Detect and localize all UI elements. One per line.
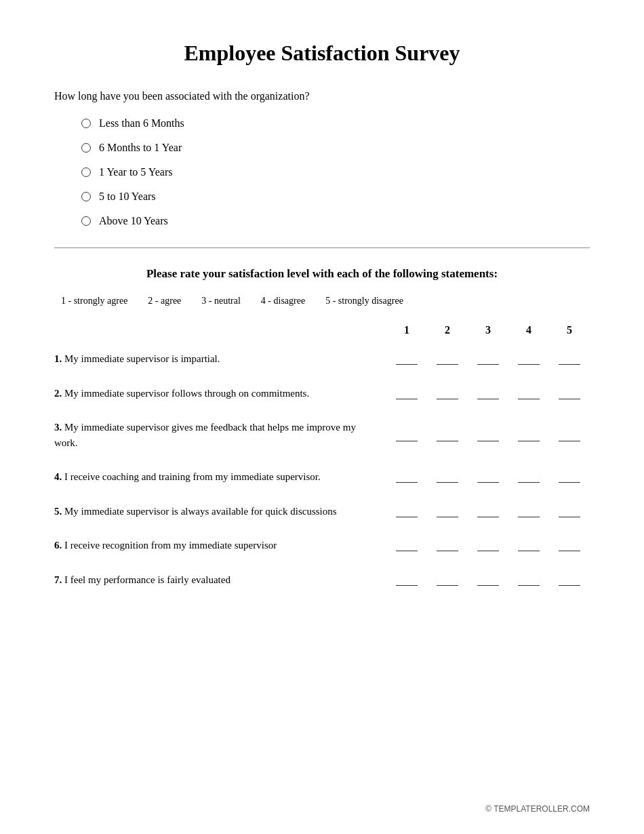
section-heading: Please rate your satisfaction level with… xyxy=(54,267,590,281)
blank-line-4-2 xyxy=(437,482,458,483)
blank-line-1-4 xyxy=(518,364,540,365)
statement-number-4: 4. xyxy=(54,471,64,482)
blank-line-3-5 xyxy=(559,441,580,441)
rating-cell-4-2[interactable] xyxy=(427,460,468,494)
duration-label-1: Less than 6 Months xyxy=(99,117,184,130)
blank-line-3-4 xyxy=(518,441,540,441)
rating-cell-5-5[interactable] xyxy=(549,494,590,529)
rating-cell-3-2[interactable] xyxy=(427,410,468,460)
rating-cell-3-3[interactable] xyxy=(468,410,508,460)
blank-line-4-1 xyxy=(396,482,418,483)
blank-line-4-4 xyxy=(518,482,540,483)
rating-cell-4-3[interactable] xyxy=(468,460,508,494)
blank-line-6-3 xyxy=(477,551,499,551)
rating-cell-6-5[interactable] xyxy=(549,528,590,563)
statement-text-4: 4. I receive coaching and training from … xyxy=(54,460,386,494)
blank-line-1-5 xyxy=(559,364,580,365)
duration-label-3: 1 Year to 5 Years xyxy=(99,166,172,178)
statement-text-7: 7. I feel my performance is fairly evalu… xyxy=(54,563,386,597)
statement-number-3: 3. xyxy=(54,422,64,433)
duration-option-4[interactable]: 5 to 10 Years xyxy=(81,191,590,203)
blank-line-7-1 xyxy=(396,585,418,586)
duration-option-1[interactable]: Less than 6 Months xyxy=(81,117,590,130)
rating-cell-3-1[interactable] xyxy=(386,410,427,460)
blank-line-2-1 xyxy=(396,399,418,399)
statement-number-7: 7. xyxy=(54,574,64,585)
rating-cell-3-4[interactable] xyxy=(508,410,549,460)
radio-circle-5[interactable] xyxy=(81,216,91,226)
blank-line-3-3 xyxy=(477,441,499,441)
rating-header-2: 2 xyxy=(427,319,468,342)
radio-circle-4[interactable] xyxy=(81,192,91,201)
rating-cell-2-4[interactable] xyxy=(508,376,549,411)
footer: © TEMPLATEROLLER.COM xyxy=(485,804,590,814)
radio-circle-3[interactable] xyxy=(81,167,91,177)
rating-cell-7-4[interactable] xyxy=(508,563,549,597)
statement-row-3: 3. My immediate supervisor gives me feed… xyxy=(54,410,590,460)
legend-item-2: 2 - agree xyxy=(148,296,181,306)
rating-cell-2-1[interactable] xyxy=(386,376,427,411)
duration-option-5[interactable]: Above 10 Years xyxy=(81,215,590,227)
page: Employee Satisfaction Survey How long ha… xyxy=(0,0,644,834)
rating-cell-7-2[interactable] xyxy=(427,563,468,597)
rating-cell-1-4[interactable] xyxy=(508,342,549,376)
blank-line-5-4 xyxy=(518,517,540,517)
radio-circle-2[interactable] xyxy=(81,143,91,153)
rating-header-3: 3 xyxy=(468,319,508,342)
blank-line-5-3 xyxy=(477,517,499,517)
rating-cell-2-3[interactable] xyxy=(468,376,508,411)
rating-cell-1-3[interactable] xyxy=(468,342,508,376)
statement-number-2: 2. xyxy=(54,388,64,399)
blank-line-2-5 xyxy=(559,399,580,399)
rating-cell-6-1[interactable] xyxy=(386,528,427,563)
scale-legend: 1 - strongly agree2 - agree3 - neutral4 … xyxy=(54,296,590,306)
rating-cell-5-1[interactable] xyxy=(386,494,427,529)
page-title: Employee Satisfaction Survey xyxy=(54,41,590,66)
rating-cell-7-3[interactable] xyxy=(468,563,508,597)
duration-label-5: Above 10 Years xyxy=(99,215,168,227)
rating-cell-1-2[interactable] xyxy=(427,342,468,376)
statement-number-5: 5. xyxy=(54,506,64,517)
statement-row-2: 2. My immediate supervisor follows throu… xyxy=(54,376,590,411)
statement-row-7: 7. I feel my performance is fairly evalu… xyxy=(54,563,590,597)
rating-cell-2-5[interactable] xyxy=(549,376,590,411)
statement-number-6: 6. xyxy=(54,540,64,551)
blank-line-6-5 xyxy=(559,551,580,551)
rating-cell-5-3[interactable] xyxy=(468,494,508,529)
duration-label-2: 6 Months to 1 Year xyxy=(99,142,182,154)
rating-header-5: 5 xyxy=(549,319,590,342)
statement-number-1: 1. xyxy=(54,353,64,364)
rating-cell-6-4[interactable] xyxy=(508,528,549,563)
rating-cell-5-4[interactable] xyxy=(508,494,549,529)
radio-circle-1[interactable] xyxy=(81,119,91,128)
blank-line-4-3 xyxy=(477,482,499,483)
duration-option-3[interactable]: 1 Year to 5 Years xyxy=(81,166,590,178)
rating-cell-4-5[interactable] xyxy=(549,460,590,494)
blank-line-1-3 xyxy=(477,364,499,365)
rating-cell-2-2[interactable] xyxy=(427,376,468,411)
statement-col-header xyxy=(54,319,386,342)
duration-label-4: 5 to 10 Years xyxy=(99,191,156,203)
rating-cell-5-2[interactable] xyxy=(427,494,468,529)
rating-cell-4-1[interactable] xyxy=(386,460,427,494)
rating-cell-1-5[interactable] xyxy=(549,342,590,376)
rating-cell-7-5[interactable] xyxy=(549,563,590,597)
blank-line-7-5 xyxy=(559,585,580,586)
blank-line-1-1 xyxy=(396,364,418,365)
blank-line-7-4 xyxy=(518,585,540,586)
statement-text-2: 2. My immediate supervisor follows throu… xyxy=(54,376,386,411)
rating-cell-1-1[interactable] xyxy=(386,342,427,376)
duration-options-list: Less than 6 Months6 Months to 1 Year1 Ye… xyxy=(54,117,590,227)
rating-cell-4-4[interactable] xyxy=(508,460,549,494)
rating-cell-6-2[interactable] xyxy=(427,528,468,563)
rating-cell-6-3[interactable] xyxy=(468,528,508,563)
rating-cell-3-5[interactable] xyxy=(549,410,590,460)
statement-text-1: 1. My immediate supervisor is impartial. xyxy=(54,342,386,376)
blank-line-4-5 xyxy=(559,482,580,483)
rating-cell-7-1[interactable] xyxy=(386,563,427,597)
duration-option-2[interactable]: 6 Months to 1 Year xyxy=(81,142,590,154)
intro-question: How long have you been associated with t… xyxy=(54,90,590,102)
blank-line-5-2 xyxy=(437,517,458,517)
statement-text-5: 5. My immediate supervisor is always ava… xyxy=(54,494,386,529)
blank-line-7-3 xyxy=(477,585,499,586)
